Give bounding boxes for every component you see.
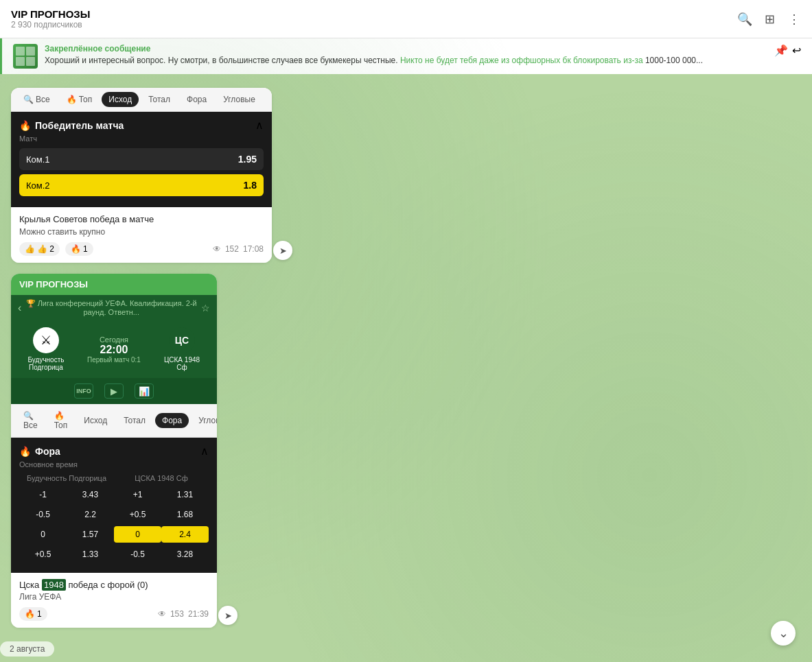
grid-icon[interactable]: ⊞ [763,12,776,26]
fora-aval3[interactable]: 2.4 [161,526,209,543]
bet-row-1[interactable]: Ком.1 1.95 [19,148,264,170]
subscriber-count: 2 930 подписчиков [11,20,90,29]
more-icon[interactable]: ⋮ [787,12,801,26]
header-left: VIP ПРОГНОЗЫ 2 930 подписчиков [11,8,90,29]
fora-hval1[interactable]: 3.43 [67,486,114,503]
tab-all[interactable]: 🔍 Все [16,92,57,107]
fora-row-2: -0.5 2.2 +0.5 1.68 [19,506,209,523]
fora-chevron-up[interactable]: ∧ [200,445,209,458]
fora-header: 🔥 Фора ∧ [19,445,209,458]
fora-tab-corner[interactable]: Угловые [192,413,217,428]
message-time-1: 17:08 [243,244,264,254]
fora-tab-all[interactable]: 🔍 Все [16,408,45,433]
channel-title: VIP ПРОГНОЗЫ [11,8,90,20]
fora-h3[interactable]: 0 [19,526,67,543]
video-button[interactable]: ▶ [104,383,124,399]
fora-subtitle: Основное время [19,460,209,469]
chevron-up-icon[interactable]: ∧ [255,119,264,132]
reaction-fire[interactable]: 🔥 1 [65,242,93,256]
fora-h2[interactable]: -0.5 [19,506,67,523]
fora-hval4[interactable]: 1.33 [67,546,114,563]
match-controls: INFO ▶ 📊 [11,378,217,404]
info-button[interactable]: INFO [74,383,93,399]
header: VIP ПРОГНОЗЫ 2 930 подписчиков 🔍 ⊞ ⋮ [0,0,812,38]
pinned-text: Хороший и интересный вопрос. Ну смотри, … [45,55,703,67]
reaction-thumb[interactable]: 👍 👍 2 [19,242,60,256]
vip-reactions-left: 🔥 1 [19,607,47,621]
tab-top[interactable]: 🔥 Топ [60,92,100,107]
team1-logo: ⚔ [33,327,59,353]
search-fora-icon: 🔍 [23,411,34,421]
fora-title: 🔥 Фора [19,446,60,457]
fora-h4[interactable]: +0.5 [19,546,67,563]
scroll-down-button[interactable]: ⌄ [771,621,796,646]
match-winner-section: 🔥 Победитель матча ∧ Матч Ком.1 1.95 Ком… [11,112,272,207]
footer-text-1: Крылья Советов победа в матче [19,214,264,224]
flame-icon: 🔥 [19,120,31,131]
tab-fora[interactable]: Фора [180,92,213,107]
tab-total[interactable]: Тотал [141,92,177,107]
tab-outcome[interactable]: Исход [102,92,139,107]
fora-tab-outcome[interactable]: Исход [77,413,114,428]
fora-a1[interactable]: +1 [114,486,161,503]
stats-button[interactable]: 📊 [135,383,154,399]
fora-row-3: 0 1.57 0 2.4 [19,526,209,543]
section-title: 🔥 Победитель матча [19,120,124,131]
fora-tab-top[interactable]: 🔥 Топ [47,408,75,433]
share-button-2[interactable]: ➤ [218,606,237,625]
bet1-odds: 1.95 [238,154,257,165]
fora-aval4[interactable]: 3.28 [161,546,209,563]
bet-row-2[interactable]: Ком.2 1.8 [19,174,264,196]
date-badge-text: 2 августа [0,641,54,657]
fora-tab-fora[interactable]: Фора [155,413,189,428]
eye-icon: 👁 [213,244,221,254]
fora-hval2[interactable]: 2.2 [67,506,114,523]
fora-h1[interactable]: -1 [19,486,67,503]
favorite-star-icon[interactable]: ☆ [201,303,210,314]
fora-section: 🔥 Фора ∧ Основное время Будучность Подго… [11,438,217,573]
pinned-label: Закреплённое сообщение [45,44,703,54]
share-button-1[interactable]: ➤ [273,241,292,260]
fora-hval3[interactable]: 1.57 [67,526,114,543]
flame-mini-icon: 🔥 [67,95,77,104]
match-subtitle: Матч [19,134,264,143]
first-match-result: Первый матч 0:1 [87,356,141,364]
team1-name: Будучность Подгорица [22,356,70,371]
vip-eye-icon: 👁 [158,609,166,619]
tab-corner[interactable]: Угловые [216,92,262,107]
team2-logo: ЦС [169,327,195,353]
card-footer-1: Крылья Советов победа в матче Можно став… [11,207,272,263]
pin-forward-icon: ↩ [792,44,801,57]
fora-a3[interactable]: 0 [114,526,161,543]
fora-col2-label: ЦСКА 1948 Сф [114,474,209,482]
chevron-down-icon: ⌄ [778,626,789,641]
fora-a2[interactable]: +0.5 [114,506,161,523]
fora-flame-icon: 🔥 [19,446,31,457]
search-mini-icon: 🔍 [23,95,34,104]
vip-card-meta: 👁 153 21:39 [158,609,209,619]
vip-view-count: 153 [170,609,184,619]
search-icon[interactable]: 🔍 [738,12,752,26]
fora-col1-label: Будучность Подгорица [19,474,114,482]
team-home: ⚔ Будучность Подгорица [22,327,70,371]
fora-a4[interactable]: -0.5 [114,546,161,563]
fora-aval2[interactable]: 1.68 [161,506,209,523]
section-header: 🔥 Победитель матча ∧ [19,119,264,132]
vip-reaction-fire[interactable]: 🔥 1 [19,607,47,621]
fora-aval1[interactable]: 1.31 [161,486,209,503]
match-kickoff: 22:00 [87,344,141,356]
match-center: Сегодня 22:00 Первый матч 0:1 [87,335,141,364]
vip-reactions: 🔥 1 👁 153 21:39 [19,607,209,621]
vip-fire-icon: 🔥 [25,609,35,619]
team-away: ЦС ЦСКА 1948 Сф [158,327,206,371]
league-text: 🏆 Лига конференций УЕФА. Квалификация. 2… [21,299,201,316]
fora-row-4: +0.5 1.33 -0.5 3.28 [19,546,209,563]
pin-icon: 📌 [774,44,788,57]
vip-footer-sub: Лига УЕФА [19,592,209,602]
view-count-1: 152 [225,244,239,254]
vip-footer-text: Цска 1948 победа с форой (0) [19,580,209,590]
bet2-label: Ком.2 [26,180,50,191]
card-reactions-1: 👍 👍 2 🔥 1 👁 152 17:08 [19,242,264,256]
vip-label: VIP ПРОГНОЗЫ [19,279,88,289]
fora-tab-total[interactable]: Тотал [117,413,152,428]
